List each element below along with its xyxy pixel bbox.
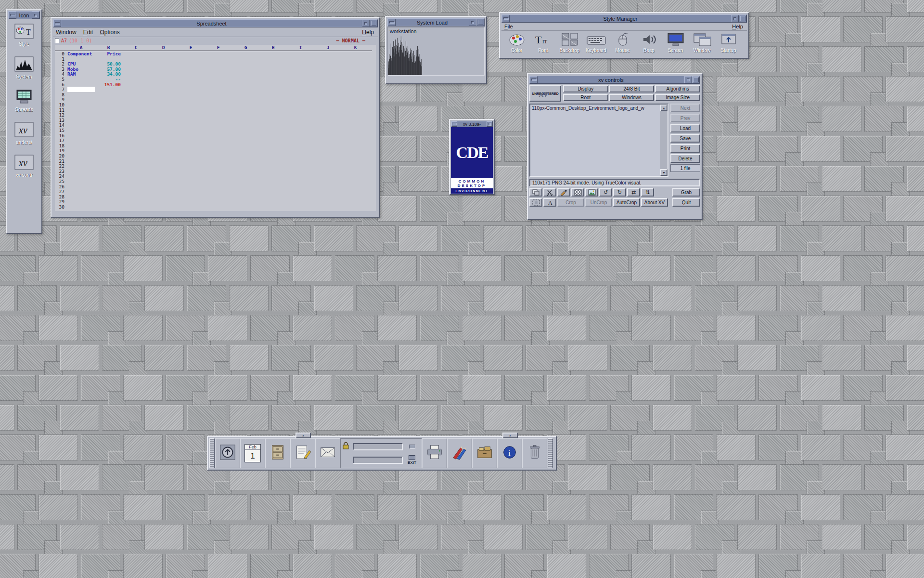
clock-button[interactable] [215, 438, 240, 468]
cell-A2[interactable]: CPU [67, 61, 93, 66]
column-header-J[interactable]: J [314, 45, 342, 51]
window-menu-button[interactable] [53, 20, 61, 27]
rotate-right-icon[interactable]: ↻ [613, 188, 626, 197]
trash-button[interactable] [522, 438, 547, 468]
menu-file[interactable]: File [504, 24, 513, 29]
grab-button[interactable]: Grab [672, 188, 700, 197]
xv-menu-root[interactable]: Root [563, 94, 608, 101]
help-button[interactable]: i [497, 438, 522, 468]
row-header-3[interactable]: 3 [55, 66, 64, 72]
minimize-button[interactable] [487, 121, 492, 127]
autocrop-button[interactable]: AutoCrop [613, 198, 640, 207]
file-manager-button[interactable] [265, 438, 290, 468]
row-header-12[interactable]: 12 [55, 112, 64, 118]
scroll-up-button[interactable]: ▲ [660, 105, 667, 111]
row-header-0[interactable]: 0 [55, 51, 64, 56]
xv-file-list[interactable]: 110px-Common_Desktop_Environment_logo_an… [529, 104, 668, 177]
lock-button[interactable] [342, 442, 352, 452]
row-header-4[interactable]: 4 [55, 71, 64, 77]
row-header-21[interactable]: 21 [55, 158, 64, 164]
image-icon[interactable] [585, 188, 598, 197]
icon-box-item-spreads[interactable]: Spreads [8, 89, 40, 121]
text-editor-subpanel-tab[interactable] [295, 433, 311, 438]
row-header-24[interactable]: 24 [55, 173, 64, 179]
column-header-A[interactable]: A [67, 45, 95, 51]
cell-B6[interactable]: 151.00 [95, 82, 121, 87]
style-item-mouse[interactable]: Mouse [609, 32, 636, 57]
window-menu-button[interactable] [530, 76, 538, 83]
row-header-30[interactable]: 30 [55, 204, 64, 210]
xv-menu-24-8-bit[interactable]: 24/8 Bit [609, 85, 654, 92]
column-header-B[interactable]: B [95, 45, 122, 51]
maximize-button[interactable] [370, 20, 377, 27]
scroll-down-button[interactable]: ▼ [660, 169, 667, 176]
style-item-keyboard[interactable]: Keyboard [583, 32, 609, 57]
window-menu-button[interactable] [451, 121, 457, 127]
load-button[interactable]: Load [670, 124, 700, 132]
flip-vertical-icon[interactable]: ⇅ [641, 188, 654, 197]
panel-handle-right[interactable] [548, 438, 553, 468]
icon-box-titlebar[interactable]: Icon [8, 11, 40, 19]
xv-menu-algorithms[interactable]: Algorithms [655, 85, 700, 92]
xv-menu-image-size[interactable]: Image Size [655, 94, 700, 101]
row-header-23[interactable]: 23 [55, 169, 64, 174]
row-header-13[interactable]: 13 [55, 118, 64, 123]
window-menu-button[interactable] [502, 15, 510, 22]
row-header-6[interactable]: 6 [55, 82, 64, 87]
maximize-button[interactable] [476, 19, 484, 26]
xv-controls-titlebar[interactable]: xv controls [529, 76, 700, 84]
cell-A4[interactable]: RAM [67, 71, 93, 77]
text-icon[interactable]: A [543, 198, 556, 207]
menu-help[interactable]: Help [362, 29, 374, 36]
minimize-button[interactable] [469, 19, 476, 26]
style-item-startup[interactable]: Startup [715, 32, 742, 57]
row-header-29[interactable]: 29 [55, 199, 64, 204]
delete-button[interactable]: Delete [670, 154, 700, 163]
flip-horizontal-icon[interactable]: ⇄ [627, 188, 640, 197]
print-button[interactable]: Print [670, 144, 700, 153]
row-header-22[interactable]: 22 [55, 163, 64, 169]
row-header-19[interactable]: 19 [55, 148, 64, 153]
rotate-left-icon[interactable]: ↺ [599, 188, 612, 197]
style-item-window[interactable]: Window [689, 32, 715, 57]
row-header-11[interactable]: 11 [55, 107, 64, 113]
calendar-button[interactable]: Feb 1 [240, 438, 265, 468]
column-header-C[interactable]: C [122, 45, 150, 51]
column-header-F[interactable]: F [205, 45, 232, 51]
scrollbar-trough[interactable] [660, 111, 667, 169]
uncrop-button[interactable]: UnCrop [585, 198, 612, 207]
cell-B3[interactable]: 57.00 [95, 66, 121, 72]
file-list-scrollbar[interactable]: ▲ ▼ [660, 105, 667, 176]
cell-B5[interactable]: -- [95, 77, 121, 82]
prev-button[interactable]: Prev [670, 114, 700, 122]
help-subpanel-tab[interactable] [502, 433, 518, 438]
column-header-E[interactable]: E [177, 45, 205, 51]
crop-button[interactable]: Crop [557, 198, 584, 207]
panel-handle-left[interactable] [209, 438, 215, 468]
column-header-G[interactable]: G [232, 45, 259, 51]
icon-box-item-system[interactable]: System [8, 56, 40, 89]
column-header-H[interactable]: H [259, 45, 287, 51]
cell-A3[interactable]: Mobo [67, 66, 93, 72]
style-item-screen[interactable]: Screen [662, 32, 689, 57]
minimize-button[interactable] [362, 20, 370, 27]
style-manager-titlebar[interactable]: Style Manager [501, 14, 747, 23]
row-header-7[interactable]: 7 [55, 87, 64, 92]
row-header-26[interactable]: 26 [55, 184, 64, 189]
xv-menu-windows[interactable]: Windows [609, 94, 654, 101]
minimize-button[interactable] [684, 76, 692, 83]
minimize-button[interactable] [731, 15, 739, 22]
row-header-14[interactable]: 14 [55, 122, 64, 128]
row-header-2[interactable]: 2 [55, 61, 64, 66]
style-item-backdrop[interactable]: Backdrop [556, 32, 583, 57]
maximize-button[interactable] [692, 76, 700, 83]
style-item-font[interactable]: TrrFont [530, 32, 556, 57]
file-list-entries[interactable]: 110px-Common_Desktop_Environment_logo_an… [530, 105, 660, 176]
menu-window[interactable]: Window [56, 29, 77, 36]
cell-A0[interactable]: Component [67, 51, 93, 56]
cell-B4[interactable]: 34.00 [95, 71, 121, 77]
spreadsheet-titlebar[interactable]: Spreadsheet [53, 19, 378, 27]
printer-button[interactable] [422, 438, 447, 468]
dither-icon[interactable] [571, 188, 584, 197]
row-header-16[interactable]: 16 [55, 133, 64, 138]
